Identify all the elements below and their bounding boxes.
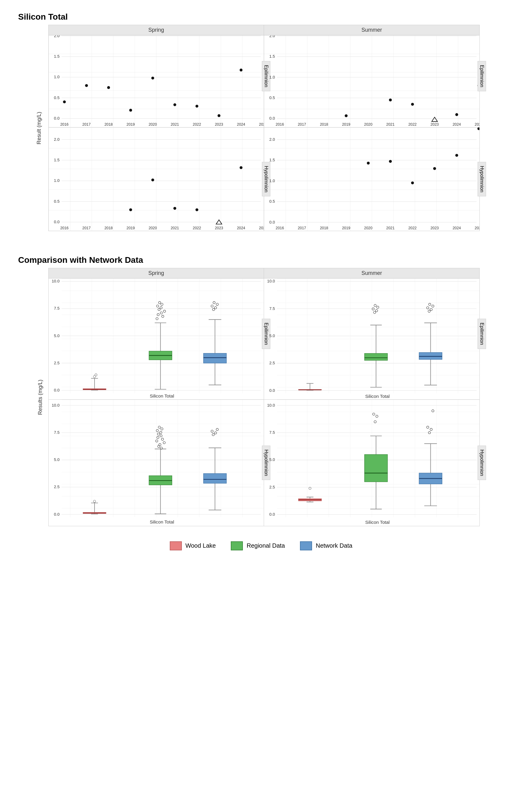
svg-text:2024: 2024 bbox=[453, 226, 461, 230]
svg-text:10.0: 10.0 bbox=[267, 279, 275, 284]
svg-text:10.0: 10.0 bbox=[52, 403, 60, 407]
svg-text:2020: 2020 bbox=[148, 122, 157, 126]
svg-text:2017: 2017 bbox=[82, 226, 91, 230]
svg-text:2018: 2018 bbox=[104, 226, 113, 230]
svg-text:0.0: 0.0 bbox=[269, 116, 275, 121]
point bbox=[196, 105, 198, 107]
hypo-strip-label2: Hypolimnion bbox=[478, 162, 486, 196]
svg-text:1.0: 1.0 bbox=[269, 179, 275, 183]
chart1-title: Silicon Total bbox=[18, 12, 504, 22]
point bbox=[151, 179, 154, 181]
silicon-total-section: Silicon Total Result (mg/L) Spring 0.0 0… bbox=[18, 12, 504, 231]
point bbox=[129, 208, 132, 211]
svg-text:Silicon Total: Silicon Total bbox=[365, 393, 390, 399]
svg-text:2022: 2022 bbox=[408, 122, 417, 126]
legend-network-box bbox=[300, 541, 312, 550]
point bbox=[411, 103, 414, 106]
svg-rect-165 bbox=[419, 352, 442, 360]
svg-text:2018: 2018 bbox=[104, 122, 113, 126]
svg-text:0.5: 0.5 bbox=[269, 96, 275, 100]
svg-text:5.0: 5.0 bbox=[269, 458, 275, 462]
svg-rect-215 bbox=[204, 473, 226, 483]
legend-network: Network Data bbox=[300, 541, 352, 550]
svg-text:0.0: 0.0 bbox=[269, 220, 275, 224]
svg-text:1.0: 1.0 bbox=[269, 75, 275, 79]
svg-rect-154 bbox=[365, 353, 387, 360]
svg-text:10.0: 10.0 bbox=[267, 403, 275, 407]
svg-text:7.5: 7.5 bbox=[269, 430, 275, 435]
facet-spring-epi: Spring 0.0 0.5 1.0 1.5 2.0 bbox=[48, 25, 264, 127]
svg-text:7.5: 7.5 bbox=[54, 430, 60, 435]
legend-woodlake-box bbox=[170, 541, 182, 550]
point bbox=[218, 114, 220, 117]
svg-text:2023: 2023 bbox=[430, 122, 439, 126]
svg-rect-42 bbox=[48, 127, 264, 231]
chart1-y-label: Result (mg/L) bbox=[36, 112, 42, 144]
svg-text:2022: 2022 bbox=[408, 226, 417, 230]
legend: Wood Lake Regional Data Network Data bbox=[18, 535, 504, 556]
svg-text:2022: 2022 bbox=[193, 226, 201, 230]
facet-summer-epi: Summer 0.0 0.5 1.0 1.5 2.0 bbox=[264, 25, 479, 127]
svg-text:0.0: 0.0 bbox=[54, 220, 60, 224]
svg-text:2020: 2020 bbox=[364, 226, 373, 230]
svg-text:1.5: 1.5 bbox=[269, 54, 275, 59]
svg-text:2025: 2025 bbox=[475, 122, 479, 126]
svg-text:5.0: 5.0 bbox=[54, 333, 60, 338]
bp-spring-hypo-svg: 0.0 2.5 5.0 7.5 10.0 bbox=[48, 400, 264, 526]
svg-text:0.0: 0.0 bbox=[269, 512, 275, 516]
point bbox=[367, 162, 370, 165]
svg-text:2016: 2016 bbox=[60, 122, 69, 126]
point bbox=[433, 167, 436, 170]
point bbox=[107, 86, 110, 89]
svg-text:2024: 2024 bbox=[237, 122, 245, 126]
svg-text:2.0: 2.0 bbox=[269, 35, 275, 38]
svg-text:2025: 2025 bbox=[259, 122, 264, 126]
point bbox=[389, 99, 392, 102]
point bbox=[151, 77, 154, 79]
svg-text:7.5: 7.5 bbox=[54, 306, 60, 311]
svg-text:2016: 2016 bbox=[60, 226, 69, 230]
summer-epi-chart: 0.0 0.5 1.0 1.5 2.0 bbox=[264, 35, 479, 127]
bp-epi-strip2: Epilimnion bbox=[478, 319, 486, 349]
svg-text:1.5: 1.5 bbox=[54, 158, 60, 162]
summer-hypo-chart: 0.0 0.5 1.0 1.5 2.0 bbox=[264, 127, 479, 231]
svg-rect-21 bbox=[264, 35, 479, 127]
comparison-section: Comparison with Network Data Results (mg… bbox=[18, 255, 504, 556]
point bbox=[174, 207, 176, 210]
point bbox=[174, 103, 176, 106]
spring-hypo-chart: 0.0 0.5 1.0 1.5 2.0 bbox=[48, 127, 264, 231]
svg-text:5.0: 5.0 bbox=[54, 458, 60, 462]
chart2-y-label: Results (mg/L) bbox=[37, 380, 43, 415]
point bbox=[240, 166, 242, 169]
bp-summer-epi: Summer 0.0 2.5 5.0 7.5 10.0 bbox=[264, 268, 479, 399]
svg-text:0.0: 0.0 bbox=[54, 512, 60, 516]
svg-text:2018: 2018 bbox=[320, 122, 328, 126]
point bbox=[129, 109, 132, 111]
svg-text:0.5: 0.5 bbox=[54, 96, 60, 100]
svg-text:2021: 2021 bbox=[386, 226, 395, 230]
svg-text:Silicon Total: Silicon Total bbox=[150, 519, 174, 524]
svg-text:Silicon Total: Silicon Total bbox=[365, 519, 390, 524]
bp-spring-epi: Spring 0.0 2.5 5.0 7.5 10.0 bbox=[48, 268, 264, 399]
svg-text:2.0: 2.0 bbox=[54, 35, 60, 38]
point bbox=[85, 84, 88, 87]
svg-text:2023: 2023 bbox=[215, 122, 223, 126]
bp-spring-header: Spring bbox=[48, 268, 264, 279]
point bbox=[63, 100, 65, 103]
svg-text:2021: 2021 bbox=[386, 122, 395, 126]
svg-text:2023: 2023 bbox=[430, 226, 439, 230]
svg-text:7.5: 7.5 bbox=[269, 306, 275, 311]
svg-rect-0 bbox=[48, 35, 264, 127]
svg-rect-63 bbox=[264, 127, 479, 231]
facet-spring-hypo: 0.0 0.5 1.0 1.5 2.0 bbox=[48, 127, 264, 231]
svg-text:2.5: 2.5 bbox=[54, 361, 60, 365]
svg-text:2016: 2016 bbox=[276, 226, 284, 230]
svg-text:2.0: 2.0 bbox=[54, 137, 60, 142]
svg-rect-124 bbox=[204, 353, 226, 363]
bp-summer-epi-svg: 0.0 2.5 5.0 7.5 10.0 bbox=[264, 279, 479, 399]
svg-text:2024: 2024 bbox=[237, 226, 245, 230]
legend-regional-box bbox=[231, 541, 243, 550]
svg-text:2.5: 2.5 bbox=[269, 361, 275, 366]
svg-text:2024: 2024 bbox=[453, 122, 461, 126]
facet-summer-hypo: 0.0 0.5 1.0 1.5 2.0 bbox=[264, 127, 479, 231]
